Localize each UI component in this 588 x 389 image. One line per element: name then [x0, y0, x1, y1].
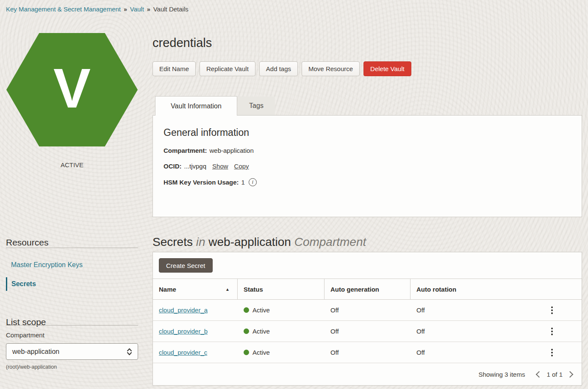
tab-tags[interactable]: Tags: [238, 97, 275, 115]
page-title: credentials: [153, 36, 212, 50]
compartment-select[interactable]: web-application: [6, 343, 138, 360]
move-resource-button[interactable]: Move Resource: [302, 61, 360, 76]
column-header-auto-rotation[interactable]: Auto rotation: [410, 279, 516, 299]
ocid-value: ...tjvpgq: [184, 163, 207, 170]
kebab-menu-icon[interactable]: [549, 304, 555, 317]
secrets-heading-entity: Secrets: [153, 235, 193, 248]
vault-status-label: ACTIVE: [6, 161, 138, 168]
auto-generation-value: Off: [325, 300, 410, 320]
status-active-icon: [244, 307, 249, 313]
breadcrumb-vault-details: Vault Details: [153, 6, 189, 13]
column-header-name-label: Name: [159, 286, 176, 293]
column-header-auto-generation[interactable]: Auto generation: [325, 279, 410, 299]
secrets-panel: Create Secret Name ▲ Status Auto generat…: [153, 252, 582, 386]
breadcrumb-key-management[interactable]: Key Management & Secret Management: [6, 6, 121, 13]
column-header-actions: [516, 279, 582, 299]
table-row: cloud_provider_b Active Off Off: [153, 321, 582, 342]
status-active-icon: [244, 350, 249, 355]
sidebar-item-secrets[interactable]: Secrets: [6, 277, 36, 291]
breadcrumb-separator: »: [124, 6, 127, 13]
resources-divider: [6, 248, 138, 248]
secrets-heading-compartment: web-application: [208, 235, 291, 248]
breadcrumb-separator: »: [147, 6, 150, 13]
status-text: Active: [252, 328, 270, 335]
create-secret-button[interactable]: Create Secret: [159, 258, 213, 273]
vault-avatar-letter: V: [53, 61, 91, 116]
vault-actions-toolbar: Edit Name Replicate Vault Add tags Move …: [153, 61, 411, 76]
secret-link[interactable]: cloud_provider_a: [159, 306, 208, 314]
secrets-table-header: Name ▲ Status Auto generation Auto rotat…: [153, 279, 582, 300]
delete-vault-button[interactable]: Delete Vault: [363, 61, 411, 76]
auto-generation-value: Off: [325, 342, 410, 363]
chevron-right-icon[interactable]: [567, 371, 574, 378]
add-tags-button[interactable]: Add tags: [259, 61, 298, 76]
ocid-copy-link[interactable]: Copy: [234, 163, 249, 170]
tab-vault-information[interactable]: Vault Information: [155, 96, 237, 116]
table-footer: Showing 3 items 1 of 1: [153, 363, 582, 385]
compartment-label: Compartment: [6, 331, 44, 339]
select-updown-chevrons-icon: [126, 348, 133, 356]
chevron-left-icon[interactable]: [536, 371, 543, 378]
info-icon[interactable]: i: [249, 178, 257, 186]
pagination: 1 of 1: [537, 371, 572, 378]
hsm-usage-label: HSM Key Version Usage:: [164, 179, 239, 186]
ocid-info-row: OCID: ...tjvpgq Show Copy: [164, 163, 571, 170]
secret-link[interactable]: cloud_provider_c: [159, 349, 207, 356]
sort-ascending-icon: ▲: [225, 287, 230, 292]
auto-rotation-value: Off: [410, 300, 516, 320]
sidebar-item-master-encryption-keys[interactable]: Master Encryption Keys: [11, 261, 83, 269]
column-header-name[interactable]: Name ▲: [153, 279, 238, 299]
hsm-usage-value: 1: [241, 179, 245, 186]
kebab-menu-icon[interactable]: [549, 346, 555, 359]
list-scope-divider: [6, 325, 138, 326]
auto-rotation-value: Off: [410, 321, 516, 342]
list-scope-heading: List scope: [6, 317, 46, 327]
breadcrumb: Key Management & Secret Management » Vau…: [6, 6, 189, 13]
items-count-summary: Showing 3 items: [478, 371, 525, 378]
edit-name-button[interactable]: Edit Name: [153, 61, 196, 76]
vault-hexagon-icon: V: [6, 33, 138, 146]
status-text: Active: [252, 349, 270, 356]
column-header-status[interactable]: Status: [238, 279, 325, 299]
hsm-usage-row: HSM Key Version Usage: 1 i: [164, 178, 571, 186]
auto-generation-value: Off: [325, 321, 410, 342]
compartment-info-label: Compartment:: [164, 147, 207, 154]
secrets-section-heading: Secrets in web-application Compartment: [153, 235, 366, 249]
general-information-heading: General information: [164, 127, 571, 138]
compartment-path: (root)/web-application: [6, 364, 57, 370]
compartment-info-value: web-application: [210, 147, 254, 154]
kebab-menu-icon[interactable]: [549, 325, 555, 338]
table-row: cloud_provider_a Active Off Off: [153, 300, 582, 321]
ocid-label: OCID:: [164, 163, 182, 170]
secrets-heading-scope: Compartment: [294, 235, 366, 248]
status-text: Active: [252, 306, 270, 314]
table-row: cloud_provider_c Active Off Off: [153, 342, 582, 363]
resources-heading: Resources: [6, 237, 48, 248]
replicate-vault-button[interactable]: Replicate Vault: [200, 61, 255, 76]
compartment-select-value: web-application: [12, 348, 59, 356]
auto-rotation-value: Off: [410, 342, 516, 363]
ocid-show-link[interactable]: Show: [212, 163, 228, 170]
vault-information-panel: General information Compartment: web-app…: [153, 115, 582, 217]
compartment-info-row: Compartment: web-application: [164, 147, 571, 154]
page-indicator: 1 of 1: [546, 371, 563, 378]
status-active-icon: [244, 328, 249, 334]
secret-link[interactable]: cloud_provider_b: [159, 328, 208, 335]
breadcrumb-vault[interactable]: Vault: [130, 6, 144, 13]
secrets-heading-connector: in: [196, 235, 205, 248]
